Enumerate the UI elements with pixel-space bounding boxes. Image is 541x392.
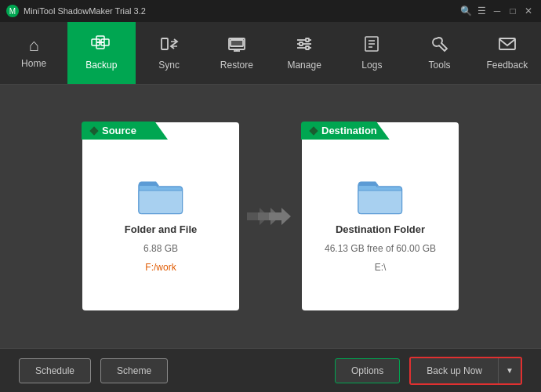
nav-item-logs[interactable]: Logs: [338, 22, 405, 84]
source-title: Folder and File: [125, 223, 197, 235]
source-card[interactable]: Source Folder and File 6.88 GB F:/work: [82, 122, 239, 310]
menu-button[interactable]: ☰: [475, 5, 488, 17]
manage-icon: [295, 35, 314, 56]
svg-rect-13: [300, 42, 303, 45]
app-logo: M: [6, 5, 19, 17]
svg-rect-12: [306, 38, 309, 42]
svg-rect-6: [231, 40, 243, 46]
restore-icon: [227, 35, 246, 56]
scheme-button[interactable]: Scheme: [100, 358, 168, 383]
destination-title: Destination Folder: [336, 223, 425, 235]
title-bar-left: M MiniTool ShadowMaker Trial 3.2: [6, 5, 146, 17]
nav-restore-label: Restore: [220, 60, 253, 71]
source-path: F:/work: [145, 262, 176, 273]
nav-item-backup[interactable]: Backup: [67, 22, 135, 84]
backup-dropdown-button[interactable]: ▼: [499, 358, 521, 383]
source-size: 6.88 GB: [143, 243, 178, 254]
svg-rect-4: [162, 38, 168, 49]
sync-icon: [160, 35, 179, 56]
nav-home-label: Home: [21, 58, 46, 69]
backup-btn-group: Back up Now ▼: [409, 357, 522, 385]
backup-now-button[interactable]: Back up Now: [411, 358, 499, 383]
destination-folder-icon: [357, 176, 404, 216]
bottom-bar: Schedule Scheme Options Back up Now ▼: [0, 348, 541, 392]
app-title: MiniTool ShadowMaker Trial 3.2: [24, 6, 146, 16]
destination-space: 46.13 GB free of 60.00 GB: [325, 243, 436, 254]
nav-item-restore[interactable]: Restore: [203, 22, 270, 84]
backup-icon: [91, 35, 111, 56]
destination-path: E:\: [375, 262, 387, 273]
source-diamond: [89, 126, 98, 135]
destination-card[interactable]: Destination Destination Folder 46.13 GB …: [302, 122, 459, 310]
chevron-down-icon: ▼: [506, 366, 514, 375]
close-button[interactable]: ✕: [522, 5, 535, 17]
arrow-area: [239, 205, 302, 228]
feedback-icon: [498, 35, 517, 56]
nav-tools-label: Tools: [429, 60, 451, 71]
logs-icon: [363, 35, 380, 56]
source-folder-icon: [137, 176, 184, 216]
tools-icon: [430, 35, 449, 56]
minimize-button[interactable]: ─: [491, 5, 503, 17]
nav-backup-label: Backup: [85, 60, 117, 71]
nav-sync-label: Sync: [158, 60, 180, 71]
nav-logs-label: Logs: [361, 60, 382, 71]
title-bar-controls: 🔍 ☰ ─ □ ✕: [459, 5, 535, 17]
svg-rect-14: [306, 46, 309, 49]
svg-rect-19: [499, 38, 515, 49]
nav-item-tools[interactable]: Tools: [406, 22, 474, 84]
schedule-button[interactable]: Schedule: [19, 358, 91, 383]
title-bar: M MiniTool ShadowMaker Trial 3.2 🔍 ☰ ─ □…: [0, 0, 541, 22]
options-button[interactable]: Options: [335, 358, 400, 383]
nav-manage-label: Manage: [287, 60, 321, 71]
maximize-button[interactable]: □: [507, 5, 519, 17]
nav-feedback-label: Feedback: [487, 60, 528, 71]
search-button[interactable]: 🔍: [459, 5, 472, 17]
home-icon: ⌂: [28, 37, 38, 54]
nav-bar: ⌂ Home Backup Sync: [0, 22, 541, 85]
source-label: Source: [82, 122, 168, 140]
destination-label: Destination: [301, 122, 390, 140]
main-content: Source Folder and File 6.88 GB F:/work: [0, 85, 541, 348]
nav-item-sync[interactable]: Sync: [136, 22, 203, 84]
nav-item-feedback[interactable]: Feedback: [474, 22, 541, 84]
nav-item-manage[interactable]: Manage: [270, 22, 338, 84]
destination-diamond: [309, 126, 318, 135]
nav-item-home[interactable]: ⌂ Home: [0, 22, 67, 84]
cards-row: Source Folder and File 6.88 GB F:/work: [24, 103, 517, 329]
